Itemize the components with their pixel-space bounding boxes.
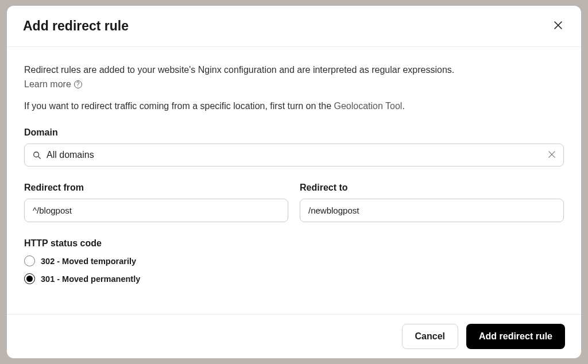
close-button[interactable] — [551, 20, 565, 33]
radio-302-label: 302 - Moved temporarily — [41, 257, 136, 266]
http-status-section: HTTP status code 302 - Moved temporarily… — [24, 238, 564, 284]
search-icon — [33, 151, 41, 159]
modal-footer: Cancel Add redirect rule — [7, 314, 581, 358]
radio-302[interactable]: 302 - Moved temporarily — [24, 255, 136, 266]
cancel-button[interactable]: Cancel — [402, 324, 458, 349]
redirect-row: Redirect from Redirect to — [24, 183, 564, 222]
redirect-from-col: Redirect from — [24, 183, 288, 222]
learn-more-link[interactable]: Learn more ? — [24, 79, 82, 90]
domain-label: Domain — [24, 127, 564, 138]
add-redirect-rule-modal: Add redirect rule Redirect rules are add… — [7, 6, 581, 358]
modal-body: Redirect rules are added to your website… — [7, 47, 581, 314]
domain-field[interactable] — [24, 144, 564, 166]
clear-icon — [548, 150, 555, 160]
add-redirect-rule-button[interactable]: Add redirect rule — [466, 324, 565, 349]
radio-301[interactable]: 301 - Moved permanently — [24, 273, 140, 284]
help-icon: ? — [74, 80, 82, 88]
geolocation-note: If you want to redirect traffic coming f… — [24, 101, 564, 111]
domain-input[interactable] — [47, 150, 543, 160]
geo-note-prefix: If you want to redirect traffic coming f… — [24, 101, 334, 111]
modal-title: Add redirect rule — [23, 18, 129, 34]
clear-domain-button[interactable] — [548, 150, 555, 160]
redirect-to-input[interactable] — [300, 199, 564, 222]
description-text: Redirect rules are added to your website… — [24, 63, 564, 77]
close-icon — [554, 20, 562, 32]
http-status-label: HTTP status code — [24, 238, 564, 249]
radio-icon — [24, 255, 35, 266]
status-radio-group: 302 - Moved temporarily 301 - Moved perm… — [24, 255, 564, 284]
modal-header: Add redirect rule — [7, 6, 581, 47]
redirect-to-label: Redirect to — [300, 183, 564, 193]
redirect-from-label: Redirect from — [24, 183, 288, 193]
svg-line-1 — [38, 157, 41, 159]
geolocation-tool-link[interactable]: Geolocation Tool — [334, 101, 403, 111]
redirect-to-col: Redirect to — [300, 183, 564, 222]
geo-note-suffix: . — [402, 101, 404, 111]
radio-301-label: 301 - Moved permanently — [41, 274, 140, 284]
radio-icon-selected — [24, 273, 35, 284]
learn-more-label: Learn more — [24, 79, 71, 90]
redirect-from-input[interactable] — [24, 199, 288, 222]
